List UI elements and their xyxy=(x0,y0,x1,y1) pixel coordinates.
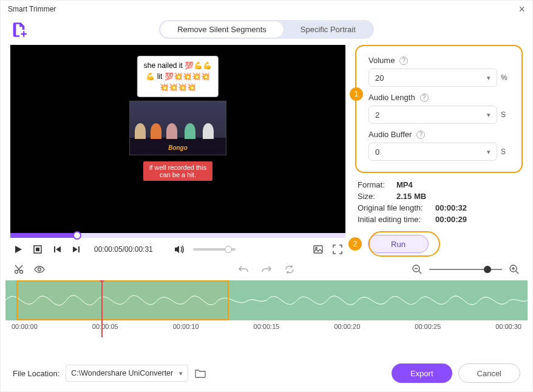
playhead[interactable] xyxy=(101,280,103,320)
audio-length-label: Audio Length xyxy=(368,93,415,102)
redo-icon[interactable] xyxy=(260,263,273,275)
chevron-down-icon: ▾ xyxy=(487,148,491,156)
init-time-value: 00:00:29 xyxy=(435,215,467,224)
file-location-select[interactable]: C:\Wondershare UniConverter ▾ xyxy=(66,365,188,382)
tick: 00:00:20 xyxy=(334,323,360,330)
help-icon[interactable]: ? xyxy=(399,56,408,65)
preview-column: she nailed it 💯💪💪 💪 lit 💯💥💥💥💥 💥💥💥💥 Bongo xyxy=(10,45,345,259)
audio-length-select[interactable]: 2▾ xyxy=(368,106,497,124)
tick: 00:00:25 xyxy=(415,323,441,330)
help-icon[interactable]: ? xyxy=(416,130,425,139)
undo-icon[interactable] xyxy=(237,263,250,275)
sticker-line: 💪 lit 💯💥💥💥💥 xyxy=(144,71,212,82)
chevron-down-icon: ▾ xyxy=(179,370,183,377)
svg-point-3 xyxy=(316,248,317,249)
prev-frame-icon[interactable] xyxy=(52,244,63,255)
step-badge-1: 1 xyxy=(350,87,363,101)
settings-column: 1 Volume? 20▾ % Audio Length? 2▾ S xyxy=(355,45,523,259)
time-ruler: 00:00:00 00:00:05 00:00:10 00:00:15 00:0… xyxy=(5,320,528,340)
volume-icon[interactable] xyxy=(174,244,185,255)
selection-range[interactable] xyxy=(16,280,229,320)
svg-point-5 xyxy=(20,271,23,274)
next-frame-icon[interactable] xyxy=(71,244,82,255)
size-label: Size: xyxy=(358,192,392,201)
tab-remove-silent[interactable]: Remove Silent Segments xyxy=(160,21,283,38)
timecode: 00:00:05/00:00:31 xyxy=(94,245,153,254)
video-caption: if well recorded this can be a hit. xyxy=(143,161,212,181)
main-row: she nailed it 💯💪💪 💪 lit 💯💥💥💥💥 💥💥💥💥 Bongo xyxy=(1,45,532,259)
file-location-label: File Location: xyxy=(13,369,59,378)
playback-controls: 00:00:05/00:00:31 xyxy=(10,238,345,259)
snapshot-icon[interactable] xyxy=(313,244,324,255)
mode-segmented-control: Remove Silent Segments Specific Portrait xyxy=(159,20,374,39)
file-meta: Format:MP4 Size:2.15 MB Original file le… xyxy=(355,173,523,224)
cancel-button[interactable]: Cancel xyxy=(458,363,520,383)
export-button[interactable]: Export xyxy=(392,363,452,383)
run-group: 2 Run xyxy=(355,235,523,253)
audio-length-field: Audio Length? 2▾ S xyxy=(368,93,509,124)
parameters-panel: 1 Volume? 20▾ % Audio Length? 2▾ S xyxy=(355,45,523,173)
play-icon[interactable] xyxy=(13,244,24,255)
caption-line: if well recorded this xyxy=(149,164,206,171)
file-location-value: C:\Wondershare UniConverter xyxy=(71,369,173,377)
video-logo-text: Bongo xyxy=(168,144,188,151)
format-label: Format: xyxy=(358,180,392,189)
tick: 00:00:05 xyxy=(92,323,118,330)
zoom-in-icon[interactable] xyxy=(508,263,520,275)
tick: 00:00:00 xyxy=(12,323,38,330)
chevron-down-icon: ▾ xyxy=(487,111,491,119)
svg-point-4 xyxy=(15,271,18,274)
tick: 00:00:10 xyxy=(173,323,199,330)
audio-buffer-field: Audio Buffer? 0▾ S xyxy=(368,130,509,161)
audio-length-unit: S xyxy=(501,110,509,119)
caption-line: can be a hit. xyxy=(149,171,206,178)
svg-rect-2 xyxy=(314,246,322,253)
video-thumbnail: Bongo xyxy=(129,101,226,155)
tick: 00:00:30 xyxy=(495,323,521,330)
footer: File Location: C:\Wondershare UniConvert… xyxy=(1,351,532,391)
app-window: Smart Trimmer × Remove Silent Segments S… xyxy=(0,0,533,392)
waveform-timeline[interactable] xyxy=(5,280,528,320)
volume-unit: % xyxy=(501,73,509,82)
zoom-out-icon[interactable] xyxy=(411,263,423,275)
eye-icon[interactable] xyxy=(33,263,46,275)
topbar: Remove Silent Segments Specific Portrait xyxy=(1,18,532,45)
close-icon[interactable]: × xyxy=(518,3,525,16)
audio-buffer-select[interactable]: 0▾ xyxy=(368,143,497,161)
orig-length-value: 00:00:32 xyxy=(435,203,467,212)
sticker-line: 💥💥💥💥 xyxy=(144,82,212,93)
audio-buffer-label: Audio Buffer xyxy=(368,130,412,139)
window-title: Smart Trimmer xyxy=(8,5,56,13)
app-logo-icon xyxy=(10,21,27,38)
volume-select[interactable]: 20▾ xyxy=(368,69,497,87)
overlay-sticker: she nailed it 💯💪💪 💪 lit 💯💥💥💥💥 💥💥💥💥 xyxy=(137,56,219,97)
run-button[interactable]: Run xyxy=(368,235,429,253)
tick: 00:00:15 xyxy=(254,323,280,330)
volume-field: Volume? 20▾ % xyxy=(368,56,509,87)
orig-length-label: Original file length: xyxy=(358,203,430,212)
cut-icon[interactable] xyxy=(13,263,25,275)
chevron-down-icon: ▾ xyxy=(487,74,491,82)
fullscreen-icon[interactable] xyxy=(332,244,343,255)
titlebar: Smart Trimmer × xyxy=(1,1,532,18)
size-value: 2.15 MB xyxy=(396,192,426,201)
init-time-label: Initial editing time: xyxy=(358,215,430,224)
stop-icon[interactable] xyxy=(32,244,43,255)
audio-buffer-unit: S xyxy=(501,147,509,156)
sticker-line: she nailed it 💯💪💪 xyxy=(144,60,212,71)
volume-label: Volume xyxy=(368,56,395,65)
tab-specific-portrait[interactable]: Specific Portrait xyxy=(283,21,373,38)
open-folder-icon[interactable] xyxy=(194,367,206,379)
step-badge-2: 2 xyxy=(348,237,362,251)
format-value: MP4 xyxy=(396,180,413,189)
refresh-icon[interactable] xyxy=(283,263,296,275)
video-preview[interactable]: she nailed it 💯💪💪 💪 lit 💯💥💥💥💥 💥💥💥💥 Bongo xyxy=(10,45,345,233)
volume-slider[interactable] xyxy=(193,248,236,251)
svg-point-6 xyxy=(38,268,41,271)
seek-bar[interactable] xyxy=(10,233,345,238)
timeline-tools xyxy=(1,259,532,280)
zoom-slider[interactable] xyxy=(429,269,502,270)
svg-rect-1 xyxy=(36,248,39,251)
help-icon[interactable]: ? xyxy=(420,93,429,102)
